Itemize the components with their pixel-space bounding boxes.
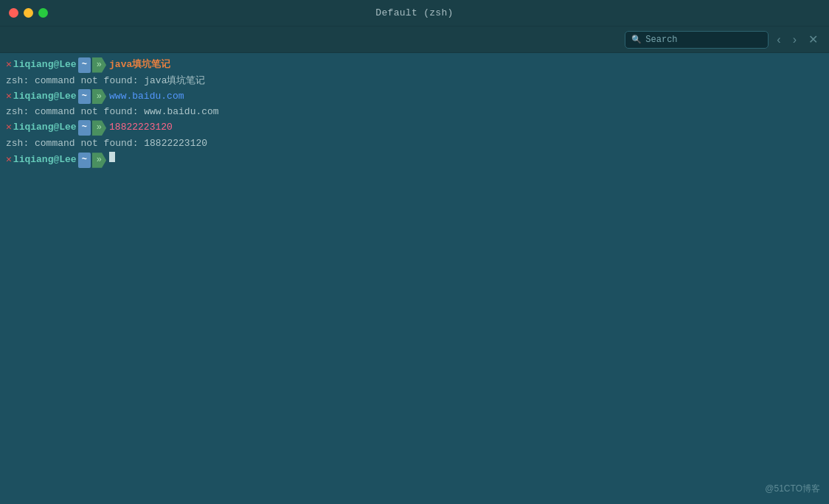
close-search-button[interactable]: ✕ bbox=[805, 32, 822, 47]
prompt-tilde: ~ bbox=[78, 120, 91, 136]
prompt-x-icon: ✕ bbox=[6, 120, 12, 135]
next-button[interactable]: › bbox=[789, 32, 800, 47]
command-text: java填坑笔记 bbox=[109, 57, 170, 72]
minimize-button[interactable] bbox=[24, 8, 33, 18]
close-button[interactable] bbox=[9, 8, 18, 18]
prompt-arrow: » bbox=[92, 153, 106, 168]
prompt-x-icon: ✕ bbox=[6, 89, 12, 104]
prompt-user: liqiang@Lee bbox=[13, 57, 77, 72]
prompt-x-icon: ✕ bbox=[6, 153, 12, 167]
error-text: zsh: command not found: 18822223120 bbox=[6, 136, 207, 151]
terminal-line: zsh: command not found: java填坑笔记 bbox=[6, 74, 823, 88]
terminal-line: ✕ liqiang@Lee~»java填坑笔记 bbox=[6, 57, 823, 73]
prompt-arrow: » bbox=[92, 57, 106, 73]
prompt-user: liqiang@Lee bbox=[13, 120, 77, 135]
error-text: zsh: command not found: www.baidu.com bbox=[6, 105, 219, 119]
prompt-arrow: » bbox=[92, 120, 106, 136]
prompt-user: liqiang@Lee bbox=[13, 153, 77, 167]
prompt-tilde: ~ bbox=[78, 89, 91, 105]
terminal-line: zsh: command not found: www.baidu.com bbox=[6, 105, 823, 119]
command-text: 18822223120 bbox=[109, 120, 173, 135]
prompt-tilde: ~ bbox=[78, 57, 91, 73]
prev-button[interactable]: ‹ bbox=[773, 32, 784, 47]
traffic-lights bbox=[9, 8, 48, 18]
cursor bbox=[109, 152, 115, 162]
terminal-line: ✕ liqiang@Lee~»18822223120 bbox=[6, 120, 823, 136]
prompt-tilde: ~ bbox=[78, 153, 91, 168]
prompt-arrow: » bbox=[92, 89, 106, 105]
terminal-line: ✕ liqiang@Lee~» bbox=[6, 152, 823, 168]
titlebar: Default (zsh) bbox=[0, 0, 829, 27]
search-box[interactable]: 🔍 bbox=[625, 31, 769, 49]
terminal[interactable]: ✕ liqiang@Lee~»java填坑笔记zsh: command not … bbox=[0, 53, 829, 504]
search-icon: 🔍 bbox=[631, 35, 642, 44]
toolbar: 🔍 ‹ › ✕ bbox=[0, 27, 829, 53]
prompt-user: liqiang@Lee bbox=[13, 89, 77, 104]
watermark: @51CTO博客 bbox=[765, 483, 820, 495]
error-text: zsh: command not found: java填坑笔记 bbox=[6, 74, 205, 88]
terminal-line: ✕ liqiang@Lee~»www.baidu.com bbox=[6, 89, 823, 105]
search-input[interactable] bbox=[645, 35, 762, 45]
command-text: www.baidu.com bbox=[109, 89, 184, 104]
terminal-line: zsh: command not found: 18822223120 bbox=[6, 136, 823, 151]
maximize-button[interactable] bbox=[38, 8, 48, 18]
window-title: Default (zsh) bbox=[375, 7, 453, 18]
prompt-x-icon: ✕ bbox=[6, 57, 12, 72]
